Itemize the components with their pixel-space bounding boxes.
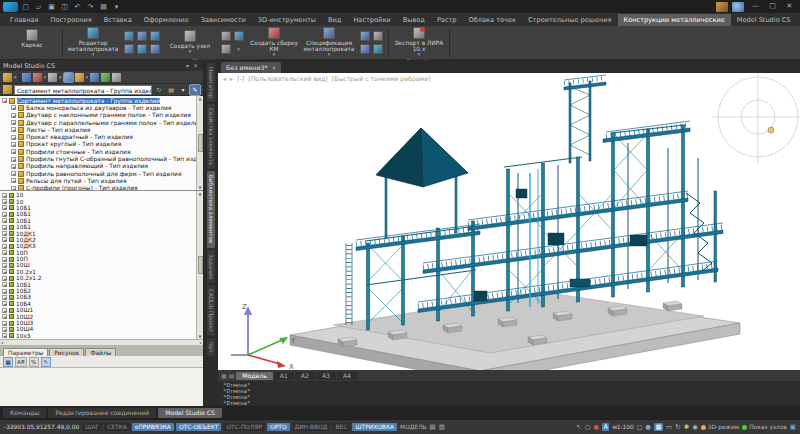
- panel-close-icon[interactable]: ✕: [191, 62, 200, 69]
- sort-icon[interactable]: АЯ: [15, 357, 27, 367]
- tree-item[interactable]: Профиль гнутый С-образный равнополочный …: [0, 155, 196, 162]
- settings-dropdown-icon[interactable]: ▾: [178, 85, 188, 95]
- expander-icon[interactable]: [11, 164, 16, 169]
- tree-item[interactable]: Профили стоечные - Тип изделия: [0, 148, 196, 155]
- beam-tool-icon[interactable]: [137, 44, 147, 54]
- filter-icon[interactable]: [75, 73, 84, 82]
- camera-icon[interactable]: ◉: [692, 423, 698, 431]
- cursor-mode-icon[interactable]: ↖: [576, 423, 581, 431]
- status-toggle[interactable]: ВЕС: [332, 423, 350, 431]
- status-toggle[interactable]: ОТС-ОБЪЕКТ: [176, 423, 222, 431]
- expander-icon[interactable]: [2, 333, 7, 338]
- close-button[interactable]: ✕: [782, 1, 797, 12]
- status-toggle[interactable]: ОРТО: [267, 423, 289, 431]
- document-tab[interactable]: Без имени3* ✕: [221, 62, 281, 73]
- expander-icon[interactable]: [2, 301, 7, 306]
- gear-icon[interactable]: ✱: [684, 423, 689, 431]
- tree-item[interactable]: Прокат квадратный - Тип изделия: [0, 133, 196, 140]
- import-icon[interactable]: [22, 73, 31, 82]
- tree-item[interactable]: Балка монорельса из двутавров - Тип изде…: [0, 104, 196, 111]
- navigation-compass[interactable]: [712, 73, 800, 163]
- layout-list-icon[interactable]: ▦: [221, 372, 227, 379]
- filter-dropdown-icon[interactable]: ▾: [86, 74, 89, 80]
- render-theme-icon[interactable]: [716, 2, 728, 12]
- expander-icon[interactable]: [2, 244, 7, 249]
- ribbon-tab[interactable]: Вид: [322, 14, 347, 26]
- export-lira-button[interactable]: Экспорт в ЛИРА 10.x▾: [393, 27, 445, 57]
- node-tool-icon[interactable]: [221, 31, 231, 41]
- beam-tool-icon[interactable]: [124, 31, 134, 41]
- online-services-icon[interactable]: [732, 2, 744, 12]
- new-group-dropdown-icon[interactable]: ▾: [14, 74, 17, 80]
- expander-icon[interactable]: [2, 199, 7, 204]
- karkas-button[interactable]: Каркас: [6, 29, 58, 48]
- node-tools-dropdown-icon[interactable]: ▾: [237, 46, 240, 52]
- view-name-control[interactable]: [Пользовательский вид]: [248, 75, 328, 82]
- view-mode-icon[interactable]: [48, 73, 57, 82]
- ribbon-tab[interactable]: Настройки: [347, 14, 396, 26]
- ribbon-tab[interactable]: Вывод: [397, 14, 431, 26]
- side-tab[interactable]: Свойства элемента: [207, 104, 215, 169]
- refresh-icon[interactable]: ↻: [154, 85, 164, 95]
- expander-icon[interactable]: [2, 321, 7, 326]
- layout-tab[interactable]: Модель: [236, 372, 272, 380]
- new-file-icon[interactable]: [20, 1, 31, 12]
- status-toggle[interactable]: оПРИВЯЗКА: [132, 423, 174, 431]
- status-toggle[interactable]: ДИН-ВВОД: [292, 423, 331, 431]
- export-dropdown-icon[interactable]: ▾: [44, 74, 47, 80]
- open-file-icon[interactable]: [33, 1, 44, 12]
- grid-view-icon[interactable]: ▦: [3, 357, 13, 367]
- undo-icon[interactable]: [72, 1, 83, 12]
- tree-item[interactable]: Прокат круглый - Тип изделия: [0, 141, 196, 148]
- next-view-icon[interactable]: ▸: [230, 75, 233, 82]
- expander-icon[interactable]: [11, 113, 16, 118]
- properties-tab[interactable]: Рисунок: [49, 348, 84, 356]
- spec-tool-icon[interactable]: [373, 31, 383, 41]
- ribbon-tab[interactable]: Зависимости: [195, 14, 252, 26]
- spec-button[interactable]: Спецификация металлопроката▾: [303, 27, 355, 57]
- copy-icon[interactable]: [112, 73, 121, 82]
- side-tab[interactable]: Чат: [207, 338, 215, 357]
- expander-icon[interactable]: [2, 231, 7, 236]
- layout-icon[interactable]: ▥: [439, 423, 445, 431]
- ribbon-tab[interactable]: CADLib Проект: [797, 14, 800, 26]
- side-tab[interactable]: CADLib Проект: [207, 285, 215, 336]
- ribbon-tab[interactable]: Растр: [431, 14, 463, 26]
- beam-tool-icon[interactable]: [137, 31, 147, 41]
- layout-tab[interactable]: А4: [337, 372, 357, 380]
- indicator-3d-mode[interactable]: 3D-режим: [701, 424, 739, 430]
- side-tab[interactable]: Библиотека элементов: [207, 171, 215, 247]
- expander-icon[interactable]: [2, 212, 7, 217]
- beam-tool-icon[interactable]: [150, 44, 160, 54]
- expander-icon[interactable]: [11, 149, 16, 154]
- refresh-icon[interactable]: ↻: [675, 423, 680, 431]
- expander-icon[interactable]: [11, 105, 16, 110]
- corner-panel-icon[interactable]: ▣: [790, 423, 796, 431]
- sync-view-icon[interactable]: [64, 73, 73, 82]
- tree-item[interactable]: Сортамент металлопроката - Группа издели…: [0, 97, 196, 104]
- expander-icon[interactable]: [2, 193, 7, 198]
- quick-access-dropdown-icon[interactable]: [111, 1, 122, 12]
- ribbon-tab[interactable]: Конструкции металлические: [618, 14, 731, 26]
- layout-tab[interactable]: А3: [316, 372, 336, 380]
- viewport[interactable]: ◂ ▸ [-] [Пользовательский вид] [Быстрый …: [218, 73, 800, 370]
- expander-icon[interactable]: [2, 314, 7, 319]
- ribbon-tab[interactable]: Вставка: [98, 14, 138, 26]
- spec-tool-icon[interactable]: [373, 44, 383, 54]
- export-icon[interactable]: [33, 73, 42, 82]
- tree-item[interactable]: Двутавр с параллельными гранями полок - …: [0, 119, 196, 126]
- side-tab[interactable]: Задания: [207, 250, 215, 283]
- layout-tab[interactable]: А2: [295, 372, 315, 380]
- expander-icon[interactable]: [2, 218, 7, 223]
- expander-icon[interactable]: [2, 269, 7, 274]
- percent-icon[interactable]: %: [29, 357, 39, 367]
- beam-tool-icon[interactable]: [124, 44, 134, 54]
- annotation-icon[interactable]: A: [602, 423, 609, 431]
- edit-params-icon[interactable]: ✎: [41, 357, 51, 367]
- side-tab[interactable]: Навигатор: [207, 63, 215, 102]
- spec-tool-icon[interactable]: [360, 44, 370, 54]
- expander-icon[interactable]: [2, 263, 7, 268]
- ribbon-tab[interactable]: 3D-инструменты: [252, 14, 322, 26]
- tree-item[interactable]: Профиль направляющий - Тип изделия: [0, 163, 196, 170]
- expander-icon[interactable]: [2, 250, 7, 255]
